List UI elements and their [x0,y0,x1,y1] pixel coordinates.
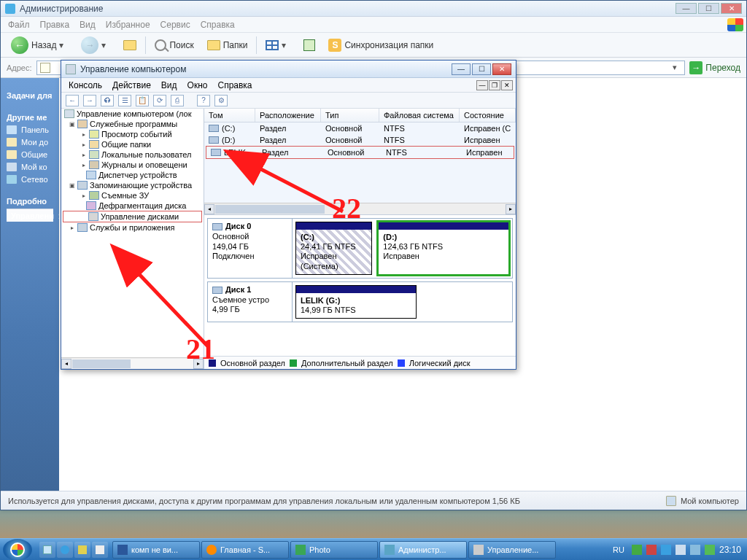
volume-scrollbar[interactable]: ◂ ▸ [204,203,516,214]
go-button[interactable]: → Переход [689,61,740,74]
menu-action[interactable]: Действие [112,80,151,90]
menu-window[interactable]: Окно [187,80,208,90]
tree-item-diskmgmt[interactable]: Управление дисками [63,211,202,222]
scroll-right-button[interactable]: ▸ [506,204,516,214]
properties-button[interactable]: 📋 [136,95,149,106]
sync-button[interactable]: S Синхронизация папки [324,36,438,54]
tray-icon[interactable] [705,545,715,555]
views-button[interactable]: ▾ [261,38,295,52]
menu-fav[interactable]: Избранное [106,20,150,30]
search-button[interactable]: Поиск [150,37,198,53]
clock[interactable]: 23:10 [719,545,741,555]
col-type[interactable]: Тип [321,109,379,122]
col-state[interactable]: Состояние [460,109,516,122]
partition-d[interactable]: (D:) 124,63 ГБ NTFS Исправен [378,222,509,275]
close-button[interactable]: ✕ [721,3,742,14]
tree-item[interactable]: ▸Просмотр событий [61,129,204,139]
tree-item[interactable]: Диспетчер устройств [61,170,204,180]
tree-svc-group[interactable]: ▣ Служебные программы [61,119,204,129]
refresh-button[interactable]: ⟳ [153,95,166,106]
tree-apps[interactable]: ▸Службы и приложения [61,222,204,233]
child-restore-button[interactable]: ❐ [489,80,500,90]
help-button[interactable]: ? [197,95,210,106]
scroll-track[interactable] [71,359,193,369]
tree-storage-group[interactable]: ▣ Запоминающие устройства [61,180,204,190]
partition-g[interactable]: LELIK (G:) 14,99 ГБ NTFS [295,285,417,319]
back-button[interactable]: ← [66,95,79,106]
up-button[interactable]: ⮉ [101,95,114,106]
child-close-button[interactable]: ✕ [501,80,513,90]
ql-button[interactable] [74,542,90,558]
collapse-icon[interactable]: ▣ [69,121,75,128]
tree-scrollbar[interactable]: ◂ ▸ [61,357,204,369]
maximize-button[interactable]: ☐ [698,3,719,14]
language-indicator[interactable]: RU [610,545,627,554]
col-loc[interactable]: Расположение [255,109,321,122]
menu-tools[interactable]: Сервис [160,20,190,30]
task-button[interactable]: Администр... [379,541,467,559]
mmc-titlebar[interactable]: Управление компьютером — ☐ ✕ [61,61,516,78]
tray-icon[interactable] [632,545,642,555]
task-button[interactable]: Управление... [468,541,556,559]
menu-view[interactable]: Вид [80,20,96,30]
tray-icon[interactable] [661,545,671,555]
minimize-button[interactable]: — [452,63,471,75]
scroll-left-button[interactable]: ◂ [61,359,71,369]
settings-button[interactable]: ⚙ [214,95,228,106]
tray-icon[interactable] [646,545,657,555]
sidebar-item[interactable]: Мой ко [7,163,53,171]
expand-icon[interactable]: ▸ [80,131,87,138]
folders-button[interactable]: Папки [203,38,252,52]
disk-row[interactable]: Диск 0 Основной 149,04 ГБ Подключен (C:)… [207,218,513,279]
menu-help[interactable]: Справка [217,80,252,90]
partition-c[interactable]: (C:) 24,41 ГБ NTFS Исправен (Система) [295,222,372,275]
admin-titlebar[interactable]: Администрирование — ☐ ✕ [1,1,746,17]
task-button[interactable]: Photo [290,541,378,559]
scroll-thumb[interactable] [72,359,131,368]
tree-item[interactable]: ▸Съемные ЗУ [61,190,204,201]
tray-volume-icon[interactable] [690,545,700,555]
show-hide-button[interactable]: ☰ [118,95,131,106]
tree-item[interactable]: Дефрагментация диска [61,201,204,211]
console-tree[interactable]: Управление компьютером (лок ▣ Служебные … [61,109,204,369]
up-button[interactable] [119,38,141,52]
sidebar-item[interactable]: Общие [7,150,53,159]
ql-button[interactable] [92,542,108,558]
forward-button[interactable]: → ▾ [77,34,115,56]
check-button[interactable] [299,37,320,53]
expand-icon[interactable]: ▸ [69,225,75,231]
menu-file[interactable]: Файл [8,20,30,30]
scroll-right-button[interactable]: ▸ [193,359,204,369]
menu-edit[interactable]: Правка [40,20,70,30]
export-button[interactable]: ⎙ [171,95,184,106]
sidebar-item[interactable]: Мои до [7,138,53,147]
menu-console[interactable]: Консоль [69,80,102,90]
start-button[interactable] [3,539,32,561]
scroll-track[interactable] [214,204,506,214]
tree-item[interactable]: ▸Локальные пользовател [61,149,204,160]
expand-icon[interactable]: ▸ [80,162,87,168]
task-button[interactable]: Главная - S... [201,541,289,559]
sidebar-item[interactable]: Сетево [7,175,53,184]
child-minimize-button[interactable]: — [476,80,488,90]
scroll-thumb[interactable] [215,205,325,214]
close-button[interactable]: ✕ [492,63,511,75]
volume-row[interactable]: (C:) Раздел Основной NTFS Исправен (С [204,122,516,134]
minimize-button[interactable]: — [676,3,697,14]
chevron-down-icon[interactable]: ▾ [673,63,681,72]
maximize-button[interactable]: ☐ [472,63,491,75]
expand-icon[interactable]: ▸ [80,152,87,158]
col-tom[interactable]: Том [204,109,255,122]
tree-root[interactable]: Управление компьютером (лок [61,109,204,119]
volume-row[interactable]: (D:) Раздел Основной NTFS Исправен [204,134,516,146]
forward-button[interactable]: → [83,95,96,106]
collapse-icon[interactable]: ▣ [69,182,75,189]
expand-icon[interactable]: ▸ [80,192,87,199]
expand-icon[interactable]: ▸ [80,141,87,148]
ql-desktop-button[interactable] [39,542,55,558]
task-button[interactable]: комп не ви... [112,541,200,559]
menu-view[interactable]: Вид [161,80,177,90]
sidebar-item[interactable]: Панель [7,125,53,134]
tree-item[interactable]: ▸Журналы и оповещени [61,160,204,170]
volume-row-selected[interactable]: LELIK Раздел Основной NTFS Исправен [206,146,514,159]
